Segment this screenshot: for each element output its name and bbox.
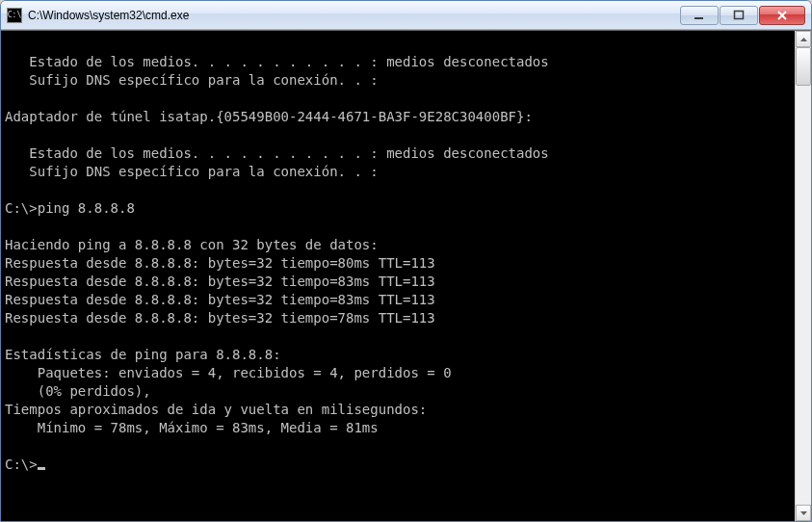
console-line: (0% perdidos), <box>5 383 151 399</box>
scroll-up-button[interactable] <box>796 31 811 47</box>
console-line: Respuesta desde 8.8.8.8: bytes=32 tiempo… <box>5 255 435 271</box>
window-controls <box>679 6 805 25</box>
cmd-icon: C:\ <box>7 8 22 23</box>
console-line: Adaptador de túnel isatap.{05549B00-2444… <box>5 109 533 124</box>
cmd-window: C:\ C:\Windows\system32\cmd.exe Estado d… <box>0 0 812 522</box>
console-line: Respuesta desde 8.8.8.8: bytes=32 tiempo… <box>5 292 435 307</box>
console-line: C:\>ping 8.8.8.8 <box>5 200 135 216</box>
svg-rect-0 <box>694 17 703 19</box>
minimize-button[interactable] <box>680 6 719 25</box>
console-line: Respuesta desde 8.8.8.8: bytes=32 tiempo… <box>5 310 435 326</box>
text-cursor <box>38 467 45 470</box>
window-title: C:\Windows\system32\cmd.exe <box>28 9 679 22</box>
scroll-down-button[interactable] <box>796 505 811 521</box>
console-output[interactable]: Estado de los medios. . . . . . . . . . … <box>1 31 795 521</box>
svg-rect-1 <box>735 11 744 18</box>
vertical-scrollbar[interactable] <box>795 31 811 521</box>
maximize-button[interactable] <box>720 6 758 25</box>
console-line: Estado de los medios. . . . . . . . . . … <box>5 145 549 161</box>
console-line: C:\> <box>5 457 38 472</box>
console-area: Estado de los medios. . . . . . . . . . … <box>1 30 811 521</box>
console-line: Haciendo ping a 8.8.8.8 con 32 bytes de … <box>5 237 379 252</box>
close-button[interactable] <box>759 6 805 25</box>
console-line: Tiempos aproximados de ida y vuelta en m… <box>5 402 427 417</box>
console-line: Mínimo = 78ms, Máximo = 83ms, Media = 81… <box>5 420 379 435</box>
console-line: Estado de los medios. . . . . . . . . . … <box>5 54 549 69</box>
console-line: Estadísticas de ping para 8.8.8.8: <box>5 347 281 362</box>
console-line: Sufijo DNS específico para la conexión. … <box>5 72 379 88</box>
scroll-track[interactable] <box>796 47 811 505</box>
console-line: Respuesta desde 8.8.8.8: bytes=32 tiempo… <box>5 274 435 289</box>
console-line: Sufijo DNS específico para la conexión. … <box>5 164 379 179</box>
titlebar[interactable]: C:\ C:\Windows\system32\cmd.exe <box>1 1 811 30</box>
scroll-thumb[interactable] <box>796 47 811 86</box>
console-line: Paquetes: enviados = 4, recibidos = 4, p… <box>5 365 452 380</box>
